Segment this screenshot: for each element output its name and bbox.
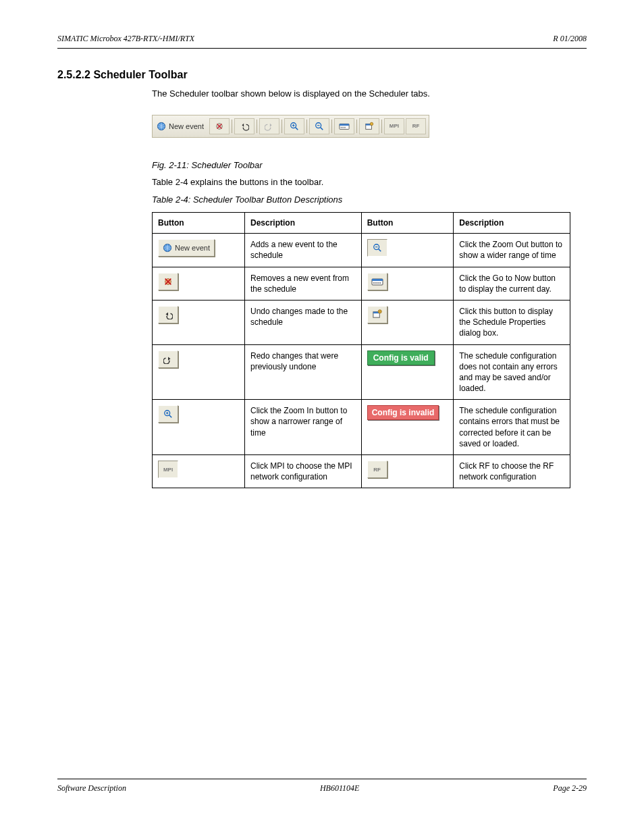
th-desc-2: Description — [454, 213, 570, 234]
svg-point-18 — [370, 122, 373, 125]
config-invalid-badge: Config is invalid — [367, 405, 439, 420]
page-header: SIMATIC Microbox 427B-RTX/-HMI/RTX R 01/… — [57, 34, 587, 44]
toolbar-goto-now[interactable] — [334, 118, 354, 134]
mpi-button[interactable]: MPI — [158, 461, 178, 478]
section-heading: 2.5.2.2 Scheduler Toolbar — [57, 69, 587, 81]
svg-line-21 — [378, 249, 381, 252]
svg-rect-31 — [379, 282, 381, 284]
toolbar-zoom-in[interactable] — [284, 118, 304, 134]
zoom-out-icon — [315, 122, 324, 131]
table-intro: Table 2-4 explains the buttons in the to… — [152, 176, 587, 188]
toolbar-remove-event[interactable] — [209, 118, 230, 134]
cell-desc: Click MPI to choose the MPI network conf… — [244, 455, 361, 488]
undo-button[interactable] — [158, 306, 178, 323]
figure-caption: Fig. 2-11: Scheduler Toolbar — [152, 159, 587, 172]
undo-icon — [240, 122, 249, 131]
goto-now-button[interactable] — [367, 273, 387, 290]
redo-button[interactable] — [158, 350, 178, 368]
cell-desc: Click this button to display the Schedul… — [454, 300, 570, 344]
mpi-label: MPI — [163, 467, 173, 473]
th-button-1: Button — [153, 213, 245, 234]
zoom-out-button[interactable] — [367, 239, 387, 257]
toolbar-properties[interactable] — [359, 118, 379, 134]
toolbar-separator — [281, 120, 282, 133]
cell-desc: The schedule configuration contains erro… — [454, 400, 570, 455]
properties-icon — [365, 122, 374, 131]
table-row: New event Adds a new event to the schedu… — [153, 234, 570, 267]
zoom-in-button[interactable] — [158, 405, 178, 423]
svg-rect-28 — [373, 282, 375, 284]
toolbar-separator — [381, 120, 382, 133]
svg-rect-29 — [375, 282, 377, 284]
new-event-button[interactable]: New event — [158, 239, 215, 257]
svg-line-36 — [169, 415, 172, 418]
properties-button[interactable] — [367, 306, 387, 323]
table-row: Click the Zoom In button to show a narro… — [153, 400, 570, 455]
globe-icon — [157, 122, 166, 131]
cell-desc: Click the Zoom In button to show a narro… — [244, 400, 361, 455]
toolbar-description-table: Button Description Button Description Ne… — [152, 212, 570, 488]
svg-rect-27 — [372, 279, 383, 281]
toolbar-separator — [306, 120, 307, 133]
mpi-label: MPI — [390, 123, 399, 129]
zoom-in-icon — [290, 122, 299, 131]
toolbar-separator — [356, 120, 357, 133]
rf-button[interactable]: RF — [367, 461, 387, 478]
rf-label: RF — [412, 123, 420, 129]
table-row: Removes a new event from the schedule — [153, 267, 570, 300]
toolbar-new-event-label: New event — [169, 122, 204, 130]
zoom-out-icon — [373, 243, 382, 253]
cell-desc: The schedule configuration does not cont… — [454, 344, 570, 400]
cell-desc: Redo changes that were previously undone — [244, 344, 361, 400]
footer-rule — [57, 779, 587, 779]
header-left: SIMATIC Microbox 427B-RTX/-HMI/RTX — [57, 34, 194, 44]
today-icon — [339, 122, 350, 131]
cell-desc: Undo changes made to the schedule — [244, 300, 361, 344]
toolbar-new-event[interactable]: New event — [155, 122, 208, 131]
new-event-button-label: New event — [175, 244, 210, 252]
footer-left: Software Description — [57, 783, 126, 793]
toolbar-separator — [331, 120, 332, 133]
undo-icon — [163, 310, 173, 319]
today-icon — [371, 277, 383, 286]
cell-desc: Removes a new event from the schedule — [244, 267, 361, 300]
remove-icon — [215, 122, 224, 131]
redo-icon — [163, 355, 173, 364]
footer-center: HB601104E — [320, 783, 359, 793]
toolbar-undo[interactable] — [234, 118, 254, 134]
table-caption: Table 2-4: Scheduler Toolbar Button Desc… — [152, 194, 587, 206]
redo-icon — [265, 122, 274, 131]
svg-rect-13 — [341, 126, 342, 128]
svg-line-5 — [296, 127, 298, 130]
svg-line-9 — [321, 127, 323, 130]
zoom-in-icon — [163, 409, 173, 419]
th-desc-1: Description — [244, 213, 361, 234]
svg-rect-12 — [340, 124, 349, 126]
cell-desc: Adds a new event to the schedule — [244, 234, 361, 267]
toolbar-separator — [232, 120, 232, 133]
remove-event-button[interactable] — [158, 273, 178, 290]
toolbar-separator — [257, 120, 257, 133]
table-row: Redo changes that were previously undone… — [153, 344, 570, 400]
scheduler-toolbar: New event — [152, 115, 429, 138]
page: SIMATIC Microbox 427B-RTX/-HMI/RTX R 01/… — [0, 0, 644, 834]
th-button-2: Button — [361, 213, 454, 234]
toolbar-rf[interactable]: RF — [406, 118, 426, 134]
globe-icon — [163, 243, 172, 253]
header-right: R 01/2008 — [553, 34, 587, 44]
toolbar-zoom-out[interactable] — [309, 118, 329, 134]
rf-label: RF — [373, 467, 381, 473]
intro-text: The Scheduler toolbar shown below is dis… — [152, 88, 587, 100]
svg-rect-30 — [377, 282, 379, 284]
toolbar-mpi[interactable]: MPI — [384, 118, 404, 134]
footer-right: Page 2-29 — [553, 783, 587, 793]
svg-rect-15 — [344, 126, 346, 128]
cell-desc: Click the Zoom Out button to show a wide… — [454, 234, 570, 267]
header-rule — [57, 48, 587, 49]
config-valid-badge: Config is valid — [367, 350, 435, 365]
table-row: Undo changes made to the schedule Click … — [153, 300, 570, 344]
toolbar-redo[interactable] — [259, 118, 279, 134]
properties-icon — [372, 309, 382, 319]
remove-icon — [163, 277, 173, 286]
cell-desc: Click RF to choose the RF network config… — [454, 455, 570, 488]
